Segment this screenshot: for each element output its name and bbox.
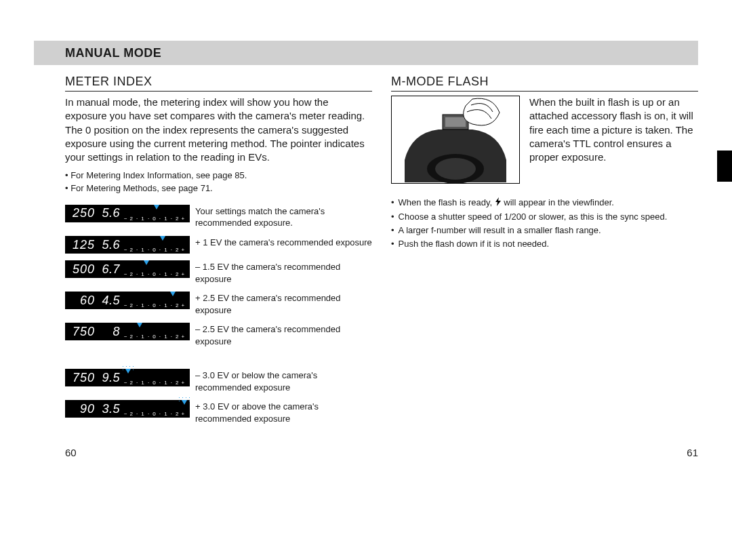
ev-pointer-icon: [144, 260, 149, 265]
flash-note-line: A larger f-number will result in a small…: [391, 224, 698, 237]
viewfinder-readout: 604.5−2·1·0·1·2+: [65, 292, 190, 309]
ev-scale: −2·1·0·1·2+: [123, 369, 190, 386]
shutter-value: 125: [65, 238, 97, 252]
svg-rect-4: [445, 117, 466, 127]
meter-row: 1255.6−2·1·0·1·2++ 1 EV the camera's rec…: [65, 236, 372, 254]
viewfinder-readout: 1255.6−2·1·0·1·2+: [65, 236, 190, 254]
ev-scale: −2·1·0·1·2+: [123, 400, 190, 418]
meter-index-notes: For Metering Index Information, see page…: [65, 169, 372, 195]
ev-pointer-icon: [170, 292, 176, 296]
meter-readout-list: 2505.6−2·1·0·1·2+Your settings match the…: [65, 205, 372, 425]
ev-scale: −2·1·0·1·2+: [123, 236, 190, 254]
ev-pointer-icon: [160, 236, 165, 241]
flash-ready-post: will appear in the viewfinder.: [504, 197, 614, 207]
meter-index-section: METER INDEX In manual mode, the metering…: [65, 75, 372, 425]
flash-notes: When the flash is ready, will appear in …: [391, 196, 698, 252]
aperture-value: 8: [97, 325, 121, 339]
meter-index-heading: METER INDEX: [65, 75, 372, 92]
meter-index-paragraph: In manual mode, the metering index will …: [65, 96, 372, 164]
aperture-value: 9.5: [97, 371, 121, 385]
meter-row: 2505.6−2·1·0·1·2+Your settings match the…: [65, 205, 372, 229]
page-numbers: 60 61: [65, 447, 698, 458]
thumb-tab: [717, 151, 732, 182]
shutter-value: 90: [65, 402, 97, 416]
note-line: For Metering Methods, see page 71.: [65, 182, 372, 195]
meter-row-description: – 3.0 EV or below the camera's recommend…: [195, 369, 372, 393]
meter-row: 7509.5−2·1·0·1·2+– 3.0 EV or below the c…: [65, 369, 372, 393]
meter-row-description: – 1.5 EV the camera's recommended exposu…: [195, 260, 372, 285]
ev-scale: −2·1·0·1·2+: [123, 292, 190, 309]
shutter-value: 60: [65, 294, 97, 308]
ev-pointer-icon: [125, 369, 131, 374]
meter-row: 5006.7−2·1·0·1·2+– 1.5 EV the camera's r…: [65, 260, 372, 285]
flash-note-line: Push the flash down if it is not needed.: [391, 237, 698, 251]
meter-row-description: Your settings match the camera's recomme…: [195, 205, 372, 229]
meter-row-description: + 3.0 EV or above the camera's recommend…: [195, 400, 372, 424]
viewfinder-readout: 7509.5−2·1·0·1·2+: [65, 369, 190, 386]
aperture-value: 6.7: [97, 262, 121, 277]
ev-scale: −2·1·0·1·2+: [123, 260, 190, 278]
shutter-value: 750: [65, 325, 97, 339]
shutter-value: 250: [65, 206, 97, 220]
ev-pointer-icon: [154, 205, 159, 209]
ev-pointer-icon: [137, 323, 142, 327]
note-line: For Metering Index Information, see page…: [65, 169, 372, 182]
viewfinder-readout: 7508−2·1·0·1·2+: [65, 323, 190, 340]
header-bar: MANUAL MODE: [34, 41, 698, 65]
manual-page: MANUAL MODE METER INDEX In manual mode, …: [0, 0, 732, 560]
aperture-value: 4.5: [97, 294, 121, 308]
shutter-value: 750: [65, 371, 97, 385]
m-mode-flash-section: M-MODE FLASH: [391, 75, 698, 425]
aperture-value: 5.6: [97, 238, 121, 252]
flash-intro-paragraph: When the built in flash is up or an atta…: [529, 96, 698, 164]
page-number-left: 60: [65, 447, 77, 458]
ev-scale: −2·1·0·1·2+: [123, 323, 190, 340]
flash-bolt-icon: [495, 197, 502, 210]
flash-note-line: Choose a shutter speed of 1/200 or slowe…: [391, 210, 698, 224]
ev-scale: −2·1·0·1·2+: [123, 205, 190, 222]
viewfinder-readout: 903.5−2·1·0·1·2+: [65, 400, 190, 418]
aperture-value: 5.6: [97, 206, 121, 220]
meter-row: 903.5−2·1·0·1·2++ 3.0 EV or above the ca…: [65, 400, 372, 424]
meter-row-description: + 1 EV the camera's recommended exposure: [195, 236, 372, 249]
meter-row: 604.5−2·1·0·1·2++ 2.5 EV the camera's re…: [65, 292, 372, 316]
svg-point-2: [435, 158, 476, 180]
meter-row-description: – 2.5 EV the camera's recommended exposu…: [195, 323, 372, 347]
aperture-value: 3.5: [97, 402, 121, 416]
page-title: MANUAL MODE: [34, 46, 161, 60]
viewfinder-readout: 5006.7−2·1·0·1·2+: [65, 260, 190, 278]
flash-intro-row: When the built in flash is up or an atta…: [391, 96, 698, 186]
meter-row-description: + 2.5 EV the camera's recommended exposu…: [195, 292, 372, 316]
viewfinder-readout: 2505.6−2·1·0·1·2+: [65, 205, 190, 222]
meter-row: 7508−2·1·0·1·2+– 2.5 EV the camera's rec…: [65, 323, 372, 347]
ev-pointer-icon: [182, 400, 187, 405]
shutter-value: 500: [65, 262, 97, 277]
content-columns: METER INDEX In manual mode, the metering…: [34, 75, 698, 425]
page-number-right: 61: [687, 447, 698, 458]
m-mode-flash-heading: M-MODE FLASH: [391, 75, 698, 92]
flash-illustration: [391, 96, 520, 186]
flash-ready-note: When the flash is ready, will appear in …: [391, 196, 698, 210]
flash-ready-pre: When the flash is ready,: [399, 197, 495, 207]
